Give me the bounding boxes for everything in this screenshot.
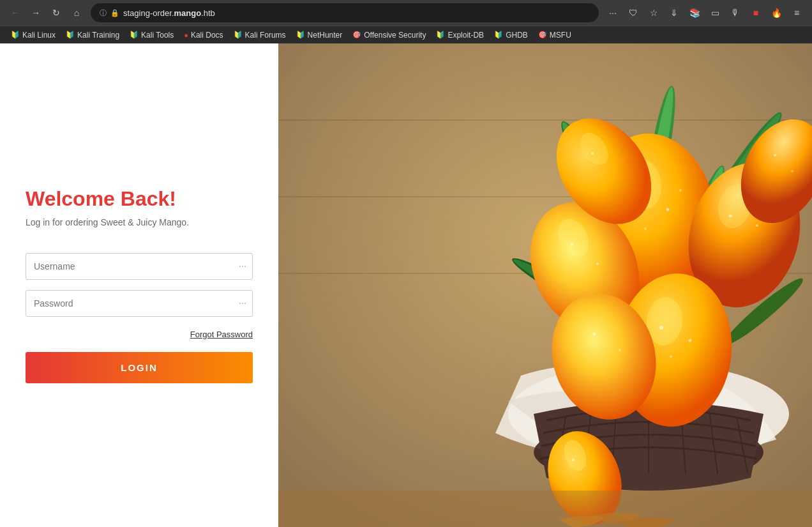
forward-button[interactable]: → — [27, 4, 45, 22]
kali-tools-icon: 🔰 — [130, 31, 139, 39]
bookmark-kali-forums-label: Kali Forums — [245, 31, 286, 40]
login-panel: Welcome Back! Log in for ordering Sweet … — [0, 43, 278, 527]
bookmark-kali-tools[interactable]: 🔰 Kali Tools — [125, 29, 178, 41]
offensive-security-icon: 🎯 — [352, 31, 361, 39]
lock-icon: 🔒 — [110, 9, 119, 17]
forgot-password-link[interactable]: Forgot Password — [190, 330, 253, 339]
password-input[interactable] — [26, 290, 253, 317]
bookmark-ghdb-label: GHDB — [506, 31, 528, 40]
svg-point-45 — [591, 152, 594, 155]
toolbar-icons: ··· 🛡 ☆ ⇓ 📚 ▭ 🎙 ■ 🔥 ≡ — [604, 4, 806, 22]
bookmark-exploit-db-label: Exploit-DB — [447, 31, 484, 40]
ext-fire-button[interactable]: 🔥 — [767, 4, 785, 22]
main-content: Welcome Back! Log in for ordering Sweet … — [0, 43, 812, 527]
mango-illustration — [278, 43, 812, 527]
svg-point-51 — [659, 326, 663, 330]
shield-button[interactable]: 🛡 — [624, 4, 642, 22]
kali-forums-icon: 🔰 — [234, 31, 243, 39]
kali-linux-icon: 🔰 — [11, 31, 20, 39]
ext-red-button[interactable]: ■ — [747, 4, 765, 22]
browser-toolbar: ← → ↻ ⌂ ⓘ 🔒 staging-order.mango.htb ··· … — [0, 0, 812, 26]
svg-point-38 — [756, 224, 758, 227]
library-button[interactable]: 📚 — [686, 4, 703, 22]
svg-point-48 — [791, 170, 793, 172]
bookmark-kali-docs[interactable]: ● Kali Docs — [179, 29, 227, 41]
svg-point-32 — [666, 208, 670, 211]
menu-button[interactable]: ≡ — [788, 4, 806, 22]
welcome-title: Welcome Back! — [26, 187, 253, 211]
bookmarks-bar: 🔰 Kali Linux 🔰 Kali Training 🔰 Kali Tool… — [0, 26, 812, 43]
more-button[interactable]: ··· — [604, 4, 622, 22]
nethunter-icon: 🔰 — [296, 31, 305, 39]
back-button[interactable]: ← — [6, 4, 24, 22]
bookmark-exploit-db[interactable]: 🔰 Exploit-DB — [432, 29, 488, 41]
bookmark-kali-linux[interactable]: 🔰 Kali Linux — [6, 29, 60, 41]
exploit-db-icon: 🔰 — [436, 31, 445, 39]
url-prefix: staging-order. — [123, 8, 174, 18]
bookmark-msfu-label: MSFU — [550, 31, 571, 40]
svg-point-52 — [689, 339, 692, 342]
svg-point-56 — [619, 349, 621, 351]
svg-point-55 — [593, 333, 596, 336]
svg-point-53 — [670, 355, 672, 358]
welcome-subtitle: Log in for ordering Sweet & Juicy Mango. — [26, 217, 253, 227]
bookmark-kali-training[interactable]: 🔰 Kali Training — [61, 29, 124, 41]
username-dots-icon: ⋯ — [239, 262, 246, 271]
bookmark-nethunter[interactable]: 🔰 NetHunter — [292, 29, 347, 41]
bookmark-nethunter-label: NetHunter — [308, 31, 343, 40]
nav-buttons: ← → ↻ ⌂ — [6, 4, 86, 22]
url-domain: mango — [174, 8, 202, 18]
bookmark-msfu[interactable]: 🎯 MSFU — [534, 29, 576, 41]
svg-point-59 — [572, 459, 575, 461]
forgot-password-row: Forgot Password — [26, 330, 253, 339]
password-group: ⋯ — [26, 290, 253, 317]
svg-rect-60 — [278, 491, 812, 527]
bookmark-ghdb[interactable]: 🔰 GHDB — [490, 29, 532, 41]
username-group: ⋯ — [26, 253, 253, 280]
browser-chrome: ← → ↻ ⌂ ⓘ 🔒 staging-order.mango.htb ··· … — [0, 0, 812, 43]
svg-point-34 — [679, 189, 682, 192]
svg-point-42 — [596, 263, 599, 265]
bookmark-kali-tools-label: Kali Tools — [141, 31, 174, 40]
password-wrapper: ⋯ — [26, 290, 253, 317]
kali-training-icon: 🔰 — [66, 31, 75, 39]
mic-button[interactable]: 🎙 — [726, 4, 744, 22]
svg-point-47 — [774, 154, 776, 157]
star-button[interactable]: ☆ — [645, 4, 663, 22]
mango-image-panel — [278, 43, 812, 527]
bookmark-kali-forums[interactable]: 🔰 Kali Forums — [229, 29, 290, 41]
home-button[interactable]: ⌂ — [68, 4, 86, 22]
reload-button[interactable]: ↻ — [47, 4, 65, 22]
download-button[interactable]: ⇓ — [665, 4, 683, 22]
sidebar-button[interactable]: ▭ — [706, 4, 724, 22]
address-bar[interactable]: ⓘ 🔒 staging-order.mango.htb — [91, 3, 599, 22]
svg-point-33 — [644, 227, 647, 230]
bookmark-kali-training-label: Kali Training — [77, 31, 119, 40]
bookmark-kali-docs-label: Kali Docs — [191, 31, 223, 40]
bookmark-offensive-security[interactable]: 🎯 Offensive Security — [348, 29, 430, 41]
info-icon: ⓘ — [100, 8, 107, 18]
bookmark-offensive-security-label: Offensive Security — [364, 31, 426, 40]
ghdb-icon: 🔰 — [494, 31, 503, 39]
username-wrapper: ⋯ — [26, 253, 253, 280]
url-display: staging-order.mango.htb — [123, 8, 215, 18]
svg-point-37 — [729, 215, 732, 218]
password-dots-icon: ⋯ — [239, 299, 246, 308]
svg-point-41 — [571, 243, 574, 247]
bookmark-kali-linux-label: Kali Linux — [22, 31, 56, 40]
msfu-icon: 🎯 — [538, 31, 547, 39]
username-input[interactable] — [26, 253, 253, 280]
url-suffix: .htb — [201, 8, 215, 18]
login-button[interactable]: LOGIN — [26, 352, 253, 383]
kali-docs-icon: ● — [184, 31, 188, 39]
